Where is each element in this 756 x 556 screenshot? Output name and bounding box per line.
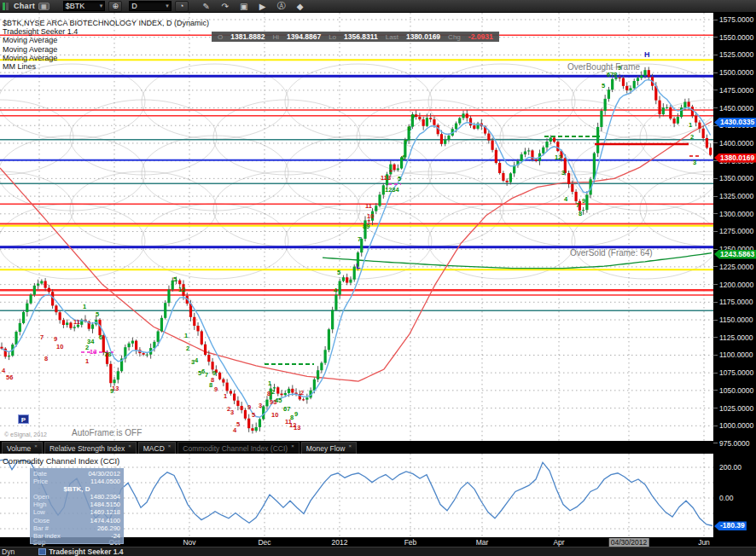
svg-text:8: 8 xyxy=(44,355,48,362)
svg-text:7: 7 xyxy=(404,138,408,146)
price-tick-label: 1075.0000 xyxy=(719,368,753,377)
axis-tick xyxy=(713,20,718,20)
tab-close-icon[interactable]: × xyxy=(168,443,172,449)
tab-label: MACD xyxy=(143,444,165,453)
legend-row: Tradesight Seeker 1.4 xyxy=(3,27,209,36)
replay-button[interactable]: ▶ xyxy=(255,2,270,11)
time-template-button[interactable]: ◔ xyxy=(175,1,189,12)
axis-tick xyxy=(713,443,718,443)
tab-label: Commodity Channel Index (CCI) xyxy=(183,444,288,453)
symbol-input[interactable]: $BTK ▾ xyxy=(63,1,106,11)
time-tick-label: Mar xyxy=(476,538,489,547)
legend-row: MM Lines xyxy=(3,62,209,71)
svg-text:2: 2 xyxy=(85,344,89,351)
tooltip-field-label: Open xyxy=(33,493,49,501)
svg-text:9: 9 xyxy=(247,403,251,411)
svg-text:4: 4 xyxy=(195,356,199,364)
price-tick-label: 1150.0000 xyxy=(719,316,753,324)
svg-text:56: 56 xyxy=(6,374,13,381)
svg-text:3: 3 xyxy=(561,169,565,177)
tab-close-icon[interactable]: × xyxy=(34,443,38,449)
copyright-label: © eSignal, 2012 xyxy=(4,431,47,437)
axis-tick xyxy=(713,125,718,126)
status-bar: Dyn Tradesight Seeker 1.4 xyxy=(0,547,756,556)
chevron-down-icon[interactable]: ▾ xyxy=(100,3,103,9)
tooltip-field-label: Price xyxy=(33,478,48,485)
svg-text:1: 1 xyxy=(184,332,188,339)
quote-label: Hi xyxy=(272,33,279,41)
cci-panel-title: Commodity Channel Index (CCI) xyxy=(3,456,119,466)
draw-tool-button[interactable]: ✎ xyxy=(199,2,214,11)
price-tick-label: 1325.0000 xyxy=(719,192,753,200)
price-tick-label: 1400.0000 xyxy=(719,139,753,148)
price-tick-label: 1000.0000 xyxy=(719,421,753,430)
svg-text:8: 8 xyxy=(267,390,270,397)
svg-text:8: 8 xyxy=(290,414,294,421)
legend-row: Moving Average xyxy=(3,36,209,44)
svg-text:1: 1 xyxy=(85,357,89,365)
axis-tick xyxy=(713,231,718,232)
app-status-item[interactable]: Tradesight Seeker 1.4 xyxy=(38,547,123,556)
tab-label: Volume xyxy=(7,444,31,453)
tab-commodity-channel-index-cci-[interactable]: Commodity Channel Index (CCI)× xyxy=(177,442,299,454)
interval-input[interactable]: D ▾ xyxy=(129,1,172,11)
svg-text:8: 8 xyxy=(408,125,411,132)
svg-text:6: 6 xyxy=(402,153,405,161)
legend-row: $BTK,NYSE ARCA BIOTECHNOLOGY INDEX, D (D… xyxy=(3,19,209,27)
symbol-settings-button[interactable]: ⊕ xyxy=(108,1,122,12)
svg-text:3: 3 xyxy=(230,408,234,416)
axis-tick xyxy=(713,196,718,197)
svg-text:2: 2 xyxy=(271,388,275,396)
candlestick-chart[interactable]: 7910811134561891234595389310111213211101… xyxy=(0,13,713,441)
svg-text:9: 9 xyxy=(110,387,113,395)
gear-icon: ⊕ xyxy=(112,2,119,10)
svg-text:5: 5 xyxy=(236,420,240,428)
svg-text:2: 2 xyxy=(300,389,304,397)
tooltip-field-label: Date xyxy=(33,470,47,478)
cursor-data-tooltip: Date04/30/2012Price1144.0500$BTK, DOpen1… xyxy=(30,468,124,544)
svg-text:+: + xyxy=(389,167,393,175)
page-p-badge[interactable]: P xyxy=(18,414,29,424)
svg-text:5: 5 xyxy=(252,411,255,419)
quote-value: 1356.8311 xyxy=(344,32,378,41)
tab-close-icon[interactable]: × xyxy=(128,443,131,449)
tab-money-flow[interactable]: Money Flow× xyxy=(301,442,357,454)
price-tick-label: 1125.0000 xyxy=(719,333,753,342)
svg-text:67: 67 xyxy=(283,405,290,413)
tab-volume[interactable]: Volume× xyxy=(2,442,43,454)
indicator-tabstrip: Volume×Relative Strength Index×MACD×Comm… xyxy=(0,441,713,454)
tab-close-icon[interactable]: × xyxy=(348,443,352,449)
svg-text:9: 9 xyxy=(54,335,57,343)
time-tick-label: Jun xyxy=(698,538,710,547)
interval-value: D xyxy=(131,2,164,10)
price-chart-panel[interactable]: 7910811134561891234595389310111213211101… xyxy=(0,13,713,441)
quote-value: 1380.0169 xyxy=(406,32,440,41)
cci-last-label: -180.39 xyxy=(714,521,747,530)
legend-row: Moving Average xyxy=(3,45,209,54)
quote-label: O xyxy=(218,33,223,41)
tab-macd[interactable]: MACD× xyxy=(138,442,177,454)
axis-tick xyxy=(713,142,718,143)
price-tick-label: 1175.0000 xyxy=(719,298,753,306)
tooltip-field-value: 1474.4100 xyxy=(90,517,120,524)
toolbar: Chart ▦ $BTK ▾ ⊕ D ▾ ◔ ✎ ↷ ▣ ▶ Ⓐ ◆ xyxy=(0,0,756,13)
price-axis[interactable]: 1575.00001550.00001525.00001500.00001475… xyxy=(713,13,756,537)
chevron-down-icon[interactable]: ▾ xyxy=(166,3,169,9)
redo-button[interactable]: ↷ xyxy=(218,2,233,11)
quote-note-button[interactable]: ▣ xyxy=(236,2,252,11)
erase-button[interactable]: ◆ xyxy=(293,2,308,11)
axis-tick xyxy=(713,408,718,408)
axis-tick xyxy=(713,320,718,321)
autoscale-button[interactable]: Ⓐ xyxy=(274,0,289,12)
tab-relative-strength-index[interactable]: Relative Strength Index× xyxy=(44,442,137,454)
axis-tick xyxy=(713,72,718,73)
time-tick-label: 04/30/2012 xyxy=(609,538,649,547)
axis-tick xyxy=(713,213,718,214)
last-price-label: 1430.0335 xyxy=(714,118,756,127)
tab-close-icon[interactable]: × xyxy=(291,443,294,449)
svg-text:2: 2 xyxy=(186,345,189,352)
price-tick-label: 1275.0000 xyxy=(719,227,753,235)
price-tick-label: 1350.0000 xyxy=(719,174,753,182)
chart-window: Chart ▦ $BTK ▾ ⊕ D ▾ ◔ ✎ ↷ ▣ ▶ Ⓐ ◆ 79108… xyxy=(0,0,756,556)
tooltip-field-label: Low xyxy=(33,508,45,516)
